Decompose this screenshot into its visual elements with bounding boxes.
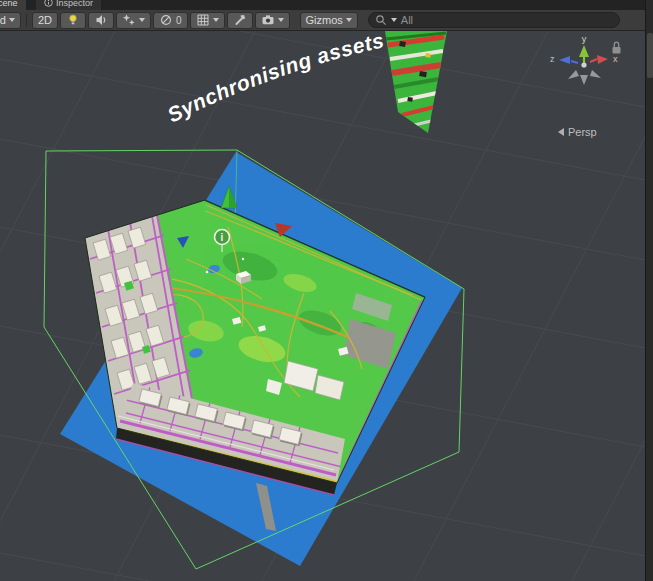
- gizmo-x-label: x: [613, 54, 618, 64]
- chevron-down-icon: [391, 18, 397, 22]
- effects-dropdown[interactable]: [116, 12, 151, 29]
- camera-icon: [261, 13, 275, 27]
- eye-slash-icon: [159, 13, 173, 27]
- chevron-down-icon: [213, 18, 219, 22]
- tab-scene-label: Scene: [0, 0, 18, 8]
- right-panel-edge: [645, 0, 653, 581]
- grid-dropdown[interactable]: [190, 12, 225, 29]
- tab-inspector[interactable]: Inspector: [36, 0, 101, 10]
- chevron-down-icon: [346, 18, 352, 22]
- svg-text:i: i: [221, 232, 224, 243]
- tab-bar: Scene Inspector: [0, 0, 645, 10]
- info-circle-icon: [44, 0, 53, 7]
- chevron-down-icon: [139, 18, 145, 22]
- chevron-down-icon: [9, 18, 15, 22]
- gizmos-dropdown[interactable]: Gizmos: [300, 12, 358, 29]
- search-value: All: [401, 14, 413, 26]
- hidden-objects-count: 0: [176, 15, 182, 26]
- draw-mode-dropdown[interactable]: Shaded: [0, 12, 21, 29]
- scene-viewport[interactable]: i Synchronising assets: [0, 31, 645, 581]
- scene-toolbar: Shaded 2D 0: [0, 10, 645, 31]
- tab-inspector-label: Inspector: [56, 0, 93, 8]
- magnifier-icon: [375, 14, 387, 26]
- speaker-icon: [94, 13, 108, 27]
- scene-visibility-toggle[interactable]: 0: [153, 12, 188, 29]
- tab-scene[interactable]: Scene: [0, 0, 26, 10]
- 2d-toggle-label: 2D: [38, 14, 52, 26]
- chevron-down-icon: [278, 18, 284, 22]
- scrollbar-thumb[interactable]: [647, 33, 653, 78]
- gizmo-z-label: z: [550, 54, 555, 64]
- lightbulb-icon: [66, 13, 80, 27]
- scene-lighting-toggle[interactable]: [60, 12, 86, 29]
- sparkle-icon: [122, 13, 136, 27]
- grid-icon: [196, 13, 210, 27]
- audio-toggle[interactable]: [88, 12, 114, 29]
- gizmos-label: Gizmos: [306, 14, 343, 26]
- draw-mode-label: Shaded: [0, 14, 6, 26]
- gizmo-y-label: y: [582, 34, 587, 44]
- toolbar-separator: [26, 14, 27, 27]
- camera-dropdown[interactable]: [255, 12, 290, 29]
- hammer-icon: [233, 13, 247, 27]
- tools-button[interactable]: [227, 12, 253, 29]
- projection-label: Persp: [568, 126, 597, 138]
- 2d-toggle-button[interactable]: 2D: [32, 12, 58, 29]
- search-input[interactable]: All: [368, 12, 620, 28]
